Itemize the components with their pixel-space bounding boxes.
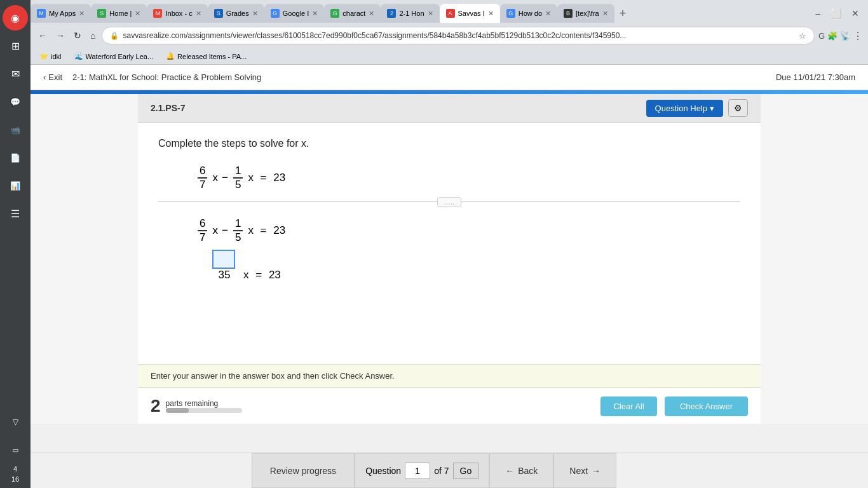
tab-my-apps[interactable]: M My Apps ✕ bbox=[31, 4, 91, 23]
content-area: 2.1.PS-7 Question Help ▾ ⚙ Complete the … bbox=[31, 94, 868, 424]
problem-statement: Complete the steps to solve for x. bbox=[158, 138, 740, 149]
left-sidebar: ◉ ⊞ ✉ 💬 📹 📄 📊 ☰ ▽ ▭ 4 16 bbox=[0, 0, 31, 488]
tab-inbox[interactable]: M Inbox - c ✕ bbox=[147, 4, 207, 23]
var-x-2: x bbox=[248, 172, 254, 184]
tab-close-tex[interactable]: ✕ bbox=[602, 10, 608, 18]
tab-home[interactable]: S Home | ✕ bbox=[91, 4, 147, 23]
tab-2-1-hon[interactable]: 2 2-1 Hon ✕ bbox=[381, 4, 439, 23]
bottom-nav: Review progress Question of 7 Go ← Back … bbox=[0, 452, 868, 488]
tab-title-grades: Grades bbox=[226, 10, 249, 17]
tab-howdo[interactable]: G How do ✕ bbox=[500, 4, 557, 23]
menu-button[interactable]: ⋮ bbox=[853, 30, 863, 42]
tab-close-myapps[interactable]: ✕ bbox=[79, 10, 85, 18]
tab-grades[interactable]: S Grades ✕ bbox=[208, 4, 264, 23]
question-help-label: Question Help bbox=[655, 104, 707, 113]
tab-favicon-google: G bbox=[271, 9, 280, 18]
battery-percent: 16 bbox=[11, 475, 19, 483]
bookmark-star-button[interactable]: ☆ bbox=[799, 31, 806, 41]
next-arrow-icon: → bbox=[592, 466, 600, 476]
settings-button[interactable]: ⚙ bbox=[728, 99, 748, 117]
back-nav-button[interactable]: ← bbox=[36, 28, 50, 43]
tab-google[interactable]: G Google I ✕ bbox=[264, 4, 325, 23]
cast-button[interactable]: 📡 bbox=[840, 31, 850, 41]
equals-sign-3: = bbox=[253, 269, 265, 281]
clear-all-button[interactable]: Clear All bbox=[600, 396, 656, 416]
tab-close-grades[interactable]: ✕ bbox=[252, 10, 258, 18]
back-arrow-icon: ← bbox=[505, 466, 514, 476]
fraction-6-7-2: 6 7 bbox=[198, 217, 207, 245]
equation-row-3: 35 x = 23 bbox=[209, 250, 740, 281]
divider-row: ..... bbox=[158, 197, 740, 207]
var-x-3: x bbox=[212, 224, 218, 237]
list-icon[interactable]: ☰ bbox=[3, 201, 28, 226]
fraction-expr-1: 6 7 x − 1 5 x = 23 bbox=[196, 165, 285, 192]
forward-nav-button[interactable]: → bbox=[53, 28, 67, 43]
meet-icon[interactable]: 📹 bbox=[3, 117, 28, 142]
var-x-4: x bbox=[248, 224, 254, 237]
fraction-expr-2: 6 7 x − 1 5 x = 23 bbox=[196, 217, 285, 245]
docs-icon[interactable]: 📄 bbox=[3, 145, 28, 170]
answer-input-box[interactable] bbox=[212, 250, 235, 269]
tab-tex[interactable]: B [tex]\fra ✕ bbox=[557, 4, 614, 23]
bookmark-waterford[interactable]: 🌊 Waterford Early Lea... bbox=[71, 51, 158, 62]
url-bar[interactable]: 🔒 savvasrealize.com/assignments/viewer/c… bbox=[102, 27, 814, 44]
tab-favicon-inbox: M bbox=[153, 9, 162, 18]
new-tab-button[interactable]: + bbox=[614, 7, 632, 20]
step2-area: 6 7 x − 1 5 x = 23 bbox=[158, 217, 740, 281]
var-x-1: x bbox=[212, 172, 218, 184]
question-help-button[interactable]: Question Help ▾ bbox=[646, 100, 723, 117]
close-window-button[interactable]: ✕ bbox=[848, 7, 863, 20]
minimize-button[interactable]: – bbox=[811, 7, 824, 20]
equals-sign-1: = bbox=[257, 172, 269, 184]
back-button[interactable]: ← Back bbox=[489, 453, 553, 488]
check-answer-button[interactable]: Check Answer bbox=[665, 396, 748, 416]
parts-remaining-number: 2 bbox=[151, 396, 161, 416]
review-progress-button[interactable]: Review progress bbox=[252, 453, 355, 488]
extension-button-1[interactable]: G bbox=[818, 31, 825, 41]
next-label: Next bbox=[569, 466, 588, 476]
go-button[interactable]: Go bbox=[453, 463, 479, 479]
parts-remaining: 2 parts remaining bbox=[151, 396, 242, 416]
tab-title-charact: charact bbox=[342, 10, 365, 17]
expand-collapse-button[interactable]: ..... bbox=[437, 197, 462, 207]
chat-icon[interactable]: 💬 bbox=[3, 89, 28, 114]
reload-button[interactable]: ↻ bbox=[71, 28, 84, 43]
question-number-input[interactable] bbox=[405, 463, 430, 479]
battery-number: 4 bbox=[13, 465, 17, 473]
tab-close-home[interactable]: ✕ bbox=[135, 10, 140, 18]
question-label: Question bbox=[365, 466, 401, 476]
value-23-1: 23 bbox=[273, 172, 285, 184]
tab-favicon-howdo: G bbox=[506, 9, 515, 18]
instruction-bar: Enter your answer in the answer box and … bbox=[138, 364, 761, 388]
next-button[interactable]: Next → bbox=[553, 453, 616, 488]
apps-icon[interactable]: ⊞ bbox=[3, 33, 28, 58]
bookmark-released-icon: 🔔 bbox=[166, 52, 175, 60]
settings-gear-icon: ⚙ bbox=[734, 103, 742, 113]
tab-favicon-grades: S bbox=[214, 9, 223, 18]
value-23-2: 23 bbox=[273, 224, 285, 237]
bookmarks-bar: ⭐ idkl 🌊 Waterford Early Lea... 🔔 Releas… bbox=[31, 48, 868, 65]
tab-title-2-1-hon: 2-1 Hon bbox=[399, 10, 424, 17]
tab-bar: M My Apps ✕ S Home | ✕ M Inbox - c ✕ S G… bbox=[31, 0, 868, 23]
tab-close-howdo[interactable]: ✕ bbox=[545, 10, 551, 18]
tab-charact[interactable]: G charact ✕ bbox=[324, 4, 381, 23]
maximize-button[interactable]: ⬜ bbox=[827, 7, 845, 20]
tab-close-inbox[interactable]: ✕ bbox=[196, 10, 201, 18]
mail-icon[interactable]: ✉ bbox=[3, 61, 28, 86]
tab-title-myapps: My Apps bbox=[49, 10, 76, 17]
exit-button[interactable]: ‹ Exit bbox=[43, 72, 62, 82]
exit-chevron-icon: ‹ bbox=[43, 72, 46, 82]
slides-icon[interactable]: 📊 bbox=[3, 173, 28, 198]
extension-button-2[interactable]: 🧩 bbox=[827, 31, 837, 41]
tab-close-2-1-hon[interactable]: ✕ bbox=[428, 10, 433, 18]
tab-close-charact[interactable]: ✕ bbox=[369, 10, 374, 18]
tab-close-savvas[interactable]: ✕ bbox=[488, 10, 494, 18]
bookmark-idkl[interactable]: ⭐ idkl bbox=[36, 51, 65, 62]
home-button[interactable]: ⌂ bbox=[88, 28, 98, 43]
chrome-icon[interactable]: ◉ bbox=[3, 5, 28, 30]
exit-label: Exit bbox=[48, 72, 62, 82]
bookmark-released[interactable]: 🔔 Released Items - PA... bbox=[162, 51, 250, 62]
tab-close-google[interactable]: ✕ bbox=[312, 10, 318, 18]
question-id: 2.1.PS-7 bbox=[151, 103, 185, 113]
tab-savvas[interactable]: A Savvas I ✕ bbox=[440, 4, 500, 23]
